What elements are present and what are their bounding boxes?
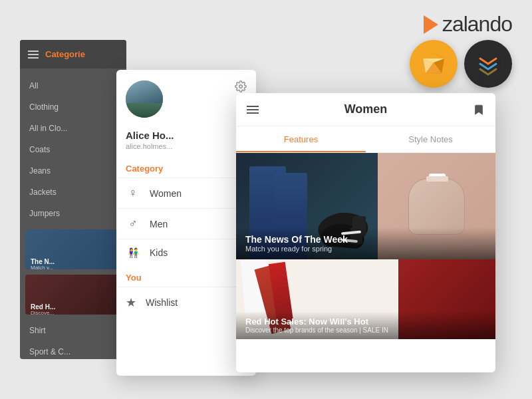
back-panel-item-clothing[interactable]: Clothing bbox=[20, 96, 126, 118]
category-item-men[interactable]: ♂ Men bbox=[116, 208, 256, 239]
brand-name: zalando bbox=[442, 12, 512, 37]
card-news-overlay: The News Of The Week Match you ready for… bbox=[236, 227, 495, 259]
category-item-kids[interactable]: 👫 Kids bbox=[116, 239, 256, 266]
tab-features[interactable]: Features bbox=[236, 126, 366, 152]
category-section-label: Category bbox=[116, 157, 256, 178]
category-item-women[interactable]: ♀ Women bbox=[116, 178, 256, 208]
wishlist-item[interactable]: ★ Wishlist bbox=[116, 287, 256, 318]
zalando-logo: zalando bbox=[424, 12, 512, 37]
back-panel-card-sales-sub: Discove... bbox=[31, 310, 54, 315]
avatar-image bbox=[126, 80, 163, 118]
back-panel-item-shirt[interactable]: Shirt bbox=[20, 320, 126, 341]
kids-label: Kids bbox=[150, 247, 168, 258]
mid-panel-header bbox=[116, 70, 256, 124]
card-sales-overlay: Red Hot Sales: Now Will's Hot Discover t… bbox=[236, 311, 495, 339]
men-icon: ♂ bbox=[126, 217, 140, 231]
avocode-icon bbox=[464, 40, 512, 88]
card-news[interactable]: The News Of The Week Match you ready for… bbox=[236, 153, 495, 259]
front-panel: Women Features Style Notes bbox=[236, 93, 495, 372]
back-panel-item-allinclothing[interactable]: All in Clo... bbox=[20, 118, 126, 139]
menu-hamburger-icon[interactable] bbox=[247, 106, 259, 114]
card-sales-title: Red Hot Sales: Now Will's Hot bbox=[245, 317, 486, 327]
men-label: Men bbox=[150, 219, 168, 229]
back-panel-item-jumpers[interactable]: Jumpers bbox=[20, 203, 126, 224]
profile-name: Alice Ho... bbox=[116, 130, 256, 141]
card-news-subtitle: Match you ready for spring bbox=[245, 245, 486, 253]
women-label: Women bbox=[150, 188, 182, 199]
card-news-title: The News Of The Week bbox=[245, 234, 486, 245]
card-sales-subtitle: Discover the top brands of the season | … bbox=[245, 327, 486, 334]
mid-panel: Alice Ho... alice.holmes... Category ♀ W… bbox=[116, 70, 256, 376]
avatar bbox=[126, 80, 163, 118]
back-panel-item-coats[interactable]: Coats bbox=[20, 139, 126, 160]
back-panel-item-jackets[interactable]: Jackets bbox=[20, 182, 126, 203]
you-section-label: You bbox=[116, 266, 256, 287]
back-panel-card-news-sub: Match y... bbox=[31, 265, 53, 269]
women-icon: ♀ bbox=[126, 186, 140, 200]
sketch-icon bbox=[410, 40, 458, 88]
back-panel-card-news: The N... Match y... bbox=[25, 229, 121, 269]
logo-area: zalando bbox=[424, 12, 512, 37]
tool-icons-area bbox=[410, 40, 512, 88]
settings-gear-icon[interactable] bbox=[235, 80, 247, 92]
back-panel-item-sport[interactable]: Sport & C... bbox=[20, 341, 126, 359]
profile-email: alice.holmes... bbox=[116, 141, 256, 157]
hamburger-icon[interactable] bbox=[28, 51, 39, 59]
zalando-triangle-icon bbox=[424, 15, 438, 34]
bookmark-icon[interactable] bbox=[473, 104, 485, 116]
tabs-bar: Features Style Notes bbox=[236, 126, 495, 153]
wishlist-label: Wishlist bbox=[146, 297, 178, 308]
kids-icon: 👫 bbox=[126, 247, 140, 258]
svg-point-9 bbox=[239, 85, 243, 88]
back-panel-item-jeans[interactable]: Jeans bbox=[20, 160, 126, 182]
back-panel-header: Categorie bbox=[20, 40, 126, 68]
tab-style-notes[interactable]: Style Notes bbox=[366, 126, 495, 152]
back-panel-item-all[interactable]: All bbox=[20, 75, 126, 96]
back-panel-category-label: Categorie bbox=[45, 49, 85, 59]
star-icon: ★ bbox=[126, 295, 136, 310]
front-panel-title: Women bbox=[344, 102, 388, 116]
back-panel: Categorie All Clothing All in Clo... Coa… bbox=[20, 40, 126, 359]
back-panel-card-sales: Red H... Discove... bbox=[25, 275, 121, 315]
card-sales[interactable]: Red Hot Sales: Now Will's Hot Discover t… bbox=[236, 259, 495, 339]
back-panel-content: All Clothing All in Clo... Coats Jeans J… bbox=[20, 68, 126, 359]
front-panel-header: Women bbox=[236, 93, 495, 126]
